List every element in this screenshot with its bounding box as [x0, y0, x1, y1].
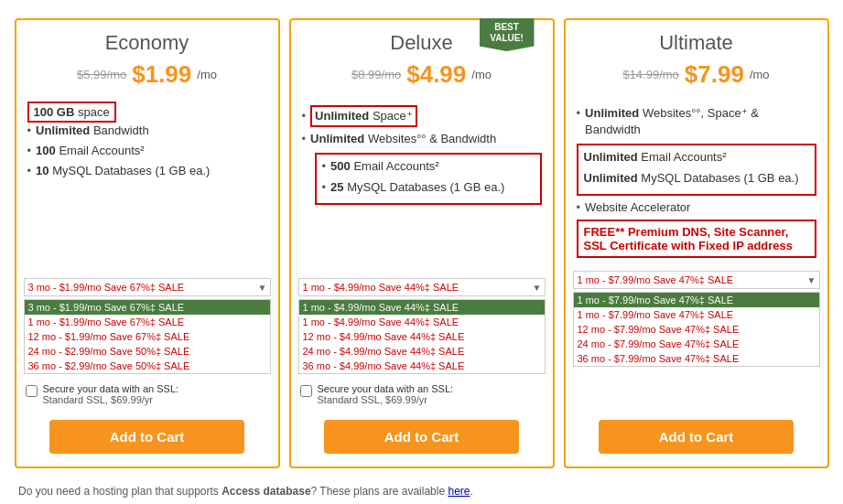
ultimate-feature-mysql: Unlimited MySQL Databases (1 GB ea.): [584, 170, 809, 187]
deluxe-add-to-cart[interactable]: Add to Cart: [324, 420, 519, 454]
deluxe-ssl-title: Secure your data with an SSL:: [318, 383, 454, 394]
economy-cart-section: Add to Cart: [16, 413, 278, 466]
ultimate-sale-price: $7.99: [685, 60, 744, 89]
footer-text3: .: [470, 485, 472, 498]
ultimate-features: • Unlimited Websites°°, Space⁺ & Bandwid…: [566, 96, 827, 271]
deluxe-ssl-sublabel: Standard SSL, $69.99/yr: [318, 394, 427, 405]
economy-name: Economy: [26, 31, 269, 55]
economy-option-36mo[interactable]: 36 mo - $2.99/mo Save 50%‡ SALE: [25, 359, 270, 373]
economy-option-24mo[interactable]: 24 mo - $2.99/mo Save 50%‡ SALE: [25, 344, 270, 359]
deluxe-ssl-text: Secure your data with an SSL: Standard S…: [318, 383, 454, 405]
economy-ssl-title: Secure your data with an SSL:: [43, 383, 179, 394]
deluxe-cart-section: Add to Cart: [291, 413, 553, 466]
footer-bold: Access database: [222, 485, 310, 498]
ultimate-dropdown-section: 1 mo - $7.99/mo Save 47%‡ SALE ▼ 1 mo - …: [566, 271, 827, 370]
economy-add-to-cart[interactable]: Add to Cart: [49, 420, 244, 454]
ultimate-feature-websites: • Unlimited Websites°°, Space⁺ & Bandwid…: [577, 105, 816, 138]
ultimate-option-12mo[interactable]: 12 mo - $7.99/mo Save 47%‡ SALE: [574, 322, 819, 337]
economy-options-list: 3 mo - $1.99/mo Save 67%‡ SALE 1 mo - $1…: [24, 299, 271, 374]
deluxe-feature-email: • 500 Email Accounts²: [322, 158, 535, 175]
economy-ssl-section: Secure your data with an SSL: Standard S…: [16, 378, 278, 413]
ultimate-per-mo: /mo: [750, 68, 770, 81]
deluxe-options-list: 1 mo - $4.99/mo Save 44%‡ SALE 1 mo - $4…: [298, 299, 546, 374]
deluxe-per-mo: /mo: [471, 68, 492, 81]
economy-dropdown[interactable]: 3 mo - $1.99/mo Save 67%‡ SALE: [24, 278, 271, 296]
footer-text1: Do you need a hosting plan that supports: [18, 485, 222, 498]
ultimate-feature-accelerator: • Website Accelerator: [577, 199, 816, 216]
economy-per-mo: /mo: [197, 68, 217, 81]
footer-note: Do you need a hosting plan that supports…: [9, 477, 834, 504]
deluxe-feature-mysql: • 25 MySQL Databases (1 GB ea.): [322, 179, 535, 196]
ultimate-feature-email-mysql-group: Unlimited Email Accounts² Unlimited MySQ…: [577, 144, 816, 195]
economy-option-12mo[interactable]: 12 mo - $1.99/mo Save 67%‡ SALE: [25, 329, 270, 344]
deluxe-feature-space: • Unlimited Space⁺: [302, 105, 542, 127]
economy-ssl-text: Secure your data with an SSL: Standard S…: [43, 383, 179, 405]
deluxe-dropdown-wrapper[interactable]: 1 mo - $4.99/mo Save 44%‡ SALE ▼: [298, 278, 546, 296]
economy-dropdown-wrapper[interactable]: 3 mo - $1.99/mo Save 67%‡ SALE ▼: [24, 278, 271, 296]
deluxe-original-price: $8.99/mo: [351, 68, 401, 81]
plan-economy: Economy $5.99/mo $1.99 /mo 100 GB space …: [15, 18, 280, 468]
economy-option-3mo[interactable]: 3 mo - $1.99/mo Save 67%‡ SALE: [25, 300, 270, 315]
economy-sale-price: $1.99: [132, 60, 191, 89]
deluxe-pricing: $8.99/mo $4.99 /mo: [300, 60, 544, 89]
economy-header: Economy $5.99/mo $1.99 /mo: [16, 20, 278, 96]
plan-deluxe: BESTVALUE! Deluxe $8.99/mo $4.99 /mo • U…: [289, 18, 555, 468]
deluxe-dropdown-section: 1 mo - $4.99/mo Save 44%‡ SALE ▼ 1 mo - …: [291, 278, 553, 378]
economy-feature-email: • 100 Email Accounts²: [27, 143, 267, 159]
ultimate-feature-free: FREE** Premium DNS, Site Scanner, SSL Ce…: [577, 220, 816, 258]
deluxe-option-24mo[interactable]: 24 mo - $4.99/mo Save 44%‡ SALE: [299, 344, 545, 359]
deluxe-feature-email-mysql-group: • 500 Email Accounts² • 25 MySQL Databas…: [315, 153, 542, 204]
ultimate-header: Ultimate $14.99/mo $7.99 /mo: [566, 20, 827, 96]
ultimate-original-price: $14.99/mo: [622, 68, 678, 81]
ultimate-option-24mo[interactable]: 24 mo - $7.99/mo Save 47%‡ SALE: [574, 337, 819, 351]
economy-option-1mo[interactable]: 1 mo - $1.99/mo Save 67%‡ SALE: [25, 315, 270, 329]
plans-container: Economy $5.99/mo $1.99 /mo 100 GB space …: [9, 9, 834, 477]
footer-text2: ? These plans are available: [311, 485, 449, 498]
plan-ultimate: Ultimate $14.99/mo $7.99 /mo • Unlimited…: [564, 18, 829, 468]
economy-feature-bandwidth: • Unlimited Bandwidth: [27, 123, 267, 139]
ultimate-dropdown-wrapper[interactable]: 1 mo - $7.99/mo Save 47%‡ SALE ▼: [573, 271, 820, 289]
economy-ssl-sublabel: Standard SSL, $69.99/yr: [43, 394, 153, 405]
ultimate-feature-email: Unlimited Email Accounts²: [584, 149, 809, 166]
deluxe-option-36mo[interactable]: 36 mo - $4.99/mo Save 44%‡ SALE: [299, 359, 545, 373]
deluxe-ssl-checkbox[interactable]: [300, 385, 312, 397]
ultimate-option-36mo[interactable]: 36 mo - $7.99/mo Save 47%‡ SALE: [574, 351, 819, 366]
footer-link[interactable]: here: [448, 485, 470, 498]
deluxe-feature-websites: • Unlimited Websites°° & Bandwidth: [302, 131, 542, 147]
ultimate-option-1mo2[interactable]: 1 mo - $7.99/mo Save 47%‡ SALE: [574, 307, 819, 322]
economy-feature-space: 100 GB space: [27, 102, 116, 123]
deluxe-sale-price: $4.99: [406, 60, 466, 89]
deluxe-option-12mo[interactable]: 12 mo - $4.99/mo Save 44%‡ SALE: [299, 329, 545, 344]
ultimate-options-list: 1 mo - $7.99/mo Save 47%‡ SALE 1 mo - $7…: [573, 292, 820, 367]
best-value-badge: BESTVALUE!: [480, 18, 535, 51]
deluxe-dropdown[interactable]: 1 mo - $4.99/mo Save 44%‡ SALE: [298, 278, 546, 296]
ultimate-add-to-cart[interactable]: Add to Cart: [599, 420, 794, 454]
ultimate-dropdown[interactable]: 1 mo - $7.99/mo Save 47%‡ SALE: [573, 271, 820, 289]
ultimate-pricing: $14.99/mo $7.99 /mo: [575, 60, 818, 89]
ultimate-cart-section: Add to Cart: [566, 413, 827, 466]
deluxe-ssl-section: Secure your data with an SSL: Standard S…: [291, 378, 553, 413]
deluxe-option-1mo[interactable]: 1 mo - $4.99/mo Save 44%‡ SALE: [299, 300, 545, 315]
economy-dropdown-section: 3 mo - $1.99/mo Save 67%‡ SALE ▼ 3 mo - …: [16, 278, 278, 378]
ultimate-ssl-spacer: [566, 370, 827, 413]
ultimate-name: Ultimate: [575, 31, 818, 55]
economy-pricing: $5.99/mo $1.99 /mo: [26, 60, 269, 89]
economy-feature-mysql: • 10 MySQL Databases (1 GB ea.): [27, 163, 267, 179]
economy-features: 100 GB space • Unlimited Bandwidth • 100…: [16, 96, 278, 278]
ultimate-option-1mo[interactable]: 1 mo - $7.99/mo Save 47%‡ SALE: [574, 293, 819, 307]
deluxe-option-1mo2[interactable]: 1 mo - $4.99/mo Save 44%‡ SALE: [299, 315, 545, 329]
economy-original-price: $5.99/mo: [77, 68, 126, 81]
deluxe-features: • Unlimited Space⁺ • Unlimited Websites°…: [291, 96, 553, 278]
economy-ssl-checkbox[interactable]: [26, 385, 38, 397]
